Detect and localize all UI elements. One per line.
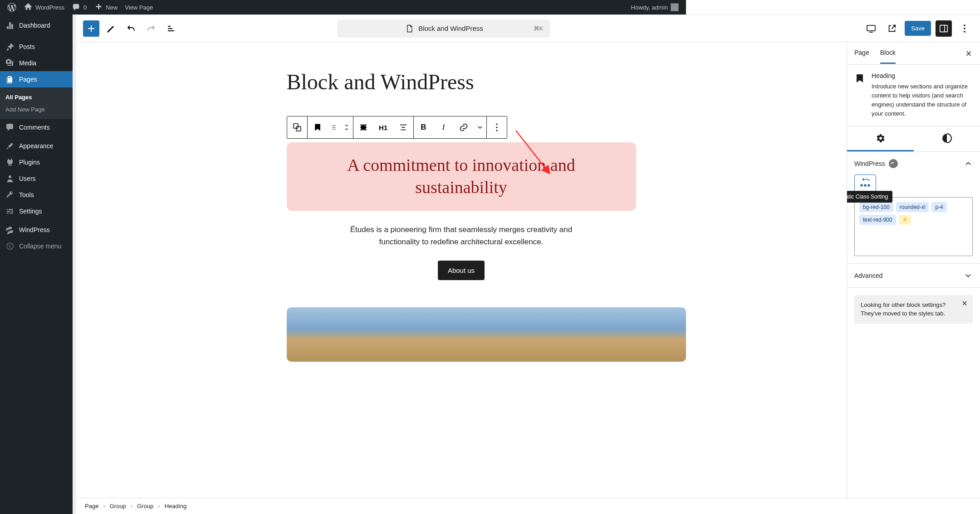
svg-point-9	[334, 125, 335, 126]
move-up-down-button[interactable]	[340, 116, 353, 138]
sidebar-submenu-pages: All Pages Add New Page	[0, 87, 73, 119]
bold-button[interactable]: B	[414, 116, 434, 138]
sidebar-item-label: Appearance	[19, 142, 54, 150]
more-rich-text-button[interactable]	[474, 116, 486, 138]
svg-point-13	[334, 129, 335, 130]
heading-level-button[interactable]: H1	[373, 116, 393, 138]
svg-point-12	[333, 129, 333, 130]
sidebar-item-posts[interactable]: Posts	[0, 39, 73, 55]
editor: Block and WindPress ⌘K Save	[73, 15, 686, 360]
comments-count[interactable]: 0	[68, 0, 90, 15]
view-page[interactable]: View Page	[121, 0, 157, 15]
sidebar-item-comments[interactable]: Comments	[0, 119, 73, 136]
sidebar-item-label: WindPress	[19, 226, 50, 233]
view-page-label: View Page	[125, 4, 153, 11]
admin-sidebar: Dashboard Posts Media Pages All Pages Ad…	[0, 15, 73, 360]
site-name[interactable]: WordPress	[20, 0, 68, 15]
sidebar-item-label: Collapse menu	[19, 242, 61, 250]
sidebar-sub-all-pages[interactable]: All Pages	[0, 91, 73, 103]
comments-icon	[5, 123, 15, 132]
redo-button[interactable]	[143, 20, 159, 37]
undo-button[interactable]	[123, 20, 139, 37]
align-button[interactable]	[353, 116, 373, 138]
sidebar-item-users[interactable]: Users	[0, 170, 73, 187]
sidebar-item-label: Posts	[19, 43, 35, 50]
svg-point-0	[7, 243, 13, 249]
media-icon	[5, 58, 15, 68]
sidebar-item-label: Users	[19, 175, 36, 182]
avatar-icon	[671, 3, 679, 11]
about-button[interactable]: About us	[438, 261, 485, 280]
sidebar-item-appearance[interactable]: Appearance	[0, 138, 73, 154]
user-icon	[5, 174, 15, 183]
editor-canvas[interactable]: Block and WindPress	[76, 42, 686, 360]
wordpress-logo-icon	[7, 3, 16, 12]
sidebar-sub-add-page[interactable]: Add New Page	[0, 103, 73, 116]
admin-bar: WordPress 0 New View Page Howdy, admin	[0, 0, 686, 15]
comments-count-label: 0	[83, 4, 87, 11]
sidebar-item-plugins[interactable]: Plugins	[0, 154, 73, 170]
new-label: New	[106, 4, 118, 11]
plugin-icon	[5, 158, 15, 167]
page-icon	[405, 24, 414, 33]
sidebar-item-label: Pages	[19, 76, 37, 83]
tools-button[interactable]	[103, 20, 119, 37]
new-content[interactable]: New	[90, 0, 121, 15]
sidebar-item-label: Media	[19, 59, 36, 67]
plus-icon	[94, 3, 103, 12]
site-name-label: WordPress	[35, 4, 64, 11]
block-toolbar: H1 B I	[287, 116, 507, 139]
dashboard-icon	[5, 21, 15, 30]
svg-rect-14	[361, 126, 365, 129]
howdy-label: Howdy, admin	[631, 4, 668, 11]
command-shortcut: ⌘K	[534, 25, 544, 32]
sidebar-item-label: Tools	[19, 191, 34, 199]
svg-point-17	[496, 130, 497, 131]
sidebar-item-windpress[interactable]: WindPress	[0, 222, 73, 238]
document-title-bar[interactable]: Block and WindPress ⌘K	[337, 19, 550, 38]
italic-button[interactable]: I	[434, 116, 454, 138]
wp-logo[interactable]	[4, 0, 20, 15]
sidebar-item-label: Dashboard	[19, 22, 50, 29]
block-type-button[interactable]	[308, 116, 328, 138]
account-menu[interactable]: Howdy, admin	[627, 0, 682, 15]
svg-point-15	[496, 123, 497, 125]
sidebar-item-label: Settings	[19, 208, 42, 215]
sidebar-item-label: Plugins	[19, 159, 40, 166]
wrench-icon	[5, 190, 15, 199]
drag-handle[interactable]	[328, 116, 340, 138]
comment-icon	[72, 3, 81, 12]
svg-point-8	[333, 125, 333, 126]
image-block[interactable]	[287, 307, 686, 360]
collapse-icon	[5, 242, 15, 251]
editor-toolbar: Block and WindPress ⌘K Save	[76, 15, 686, 42]
sidebar-item-label: Comments	[19, 124, 50, 131]
sidebar-item-tools[interactable]: Tools	[0, 187, 73, 203]
paragraph-block[interactable]: Études is a pioneering firm that seamles…	[334, 223, 588, 248]
pin-icon	[5, 42, 15, 51]
document-title-label: Block and WindPress	[418, 24, 483, 32]
inserter-button[interactable]	[83, 20, 99, 37]
document-overview-button[interactable]	[163, 20, 179, 37]
text-align-button[interactable]	[393, 116, 413, 138]
pages-icon	[5, 75, 15, 84]
sidebar-item-media[interactable]: Media	[0, 55, 73, 71]
sidebar-collapse[interactable]: Collapse menu	[0, 238, 73, 254]
brush-icon	[5, 141, 15, 150]
svg-point-16	[496, 126, 497, 128]
select-parent-button[interactable]	[287, 116, 307, 138]
sidebar-item-settings[interactable]: Settings	[0, 203, 73, 219]
page-title[interactable]: Block and WindPress	[287, 69, 636, 94]
svg-rect-7	[296, 126, 301, 131]
block-options-button[interactable]	[487, 116, 507, 138]
home-icon	[24, 3, 33, 12]
link-button[interactable]	[454, 116, 474, 138]
sidebar-item-dashboard[interactable]: Dashboard	[0, 15, 73, 36]
settings-slider-icon	[5, 207, 15, 216]
heading-block[interactable]: A commitment to innovation and sustainab…	[287, 142, 636, 211]
windpress-icon	[5, 225, 15, 234]
sidebar-item-pages[interactable]: Pages	[0, 71, 73, 87]
svg-rect-6	[294, 124, 298, 128]
svg-point-10	[333, 127, 333, 128]
svg-point-11	[334, 127, 335, 128]
